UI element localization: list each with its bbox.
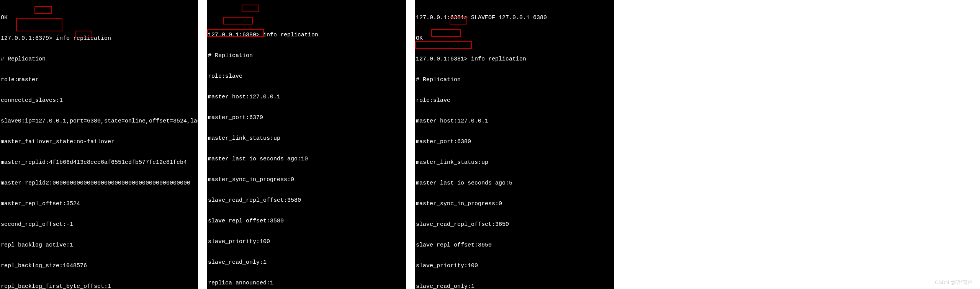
terminal-line: master_link_status:up bbox=[415, 159, 614, 166]
terminal-line: second_repl_offset:-1 bbox=[0, 221, 198, 228]
terminal-line: role:slave bbox=[415, 97, 614, 104]
highlight-box-port-6379 bbox=[34, 6, 52, 14]
terminal-line: connected_slaves:1 bbox=[0, 97, 198, 104]
terminal-line: slave_repl_offset:3580 bbox=[207, 218, 406, 225]
terminal-line: # Replication bbox=[415, 77, 614, 83]
terminal-line: master_replid:4f1b66d413c8ece6af6551cdfb… bbox=[0, 159, 198, 166]
terminal-line: master_replid2:0000000000000000000000000… bbox=[0, 180, 198, 187]
terminal-master-6379[interactable]: OK 127.0.0.1:6379> info replication # Re… bbox=[0, 0, 198, 289]
terminal-line: 127.0.0.1:6380> info replication bbox=[207, 32, 406, 39]
terminal-line: slave_read_repl_offset:3650 bbox=[415, 221, 614, 228]
terminal-line: slave_repl_offset:3650 bbox=[415, 242, 614, 249]
terminal-line: role:master bbox=[0, 77, 198, 83]
terminal-line: master_port:6379 bbox=[207, 114, 406, 121]
terminal-line: slave0:ip=127.0.0.1,port=6380,state=onli… bbox=[0, 118, 198, 125]
terminal-line: master_link_status:up bbox=[207, 135, 406, 142]
terminal-line: slave_priority:100 bbox=[415, 263, 614, 269]
terminal-line: slave_read_only:1 bbox=[415, 283, 614, 289]
terminal-line: master_repl_offset:3524 bbox=[0, 201, 198, 207]
highlight-box-master-port-6380 bbox=[415, 41, 472, 49]
highlight-box-port-6380 bbox=[242, 5, 259, 12]
terminal-line: 127.0.0.1:6381> SLAVEOF 127.0.0.1 6380 bbox=[415, 15, 614, 21]
terminal-line: master_last_io_seconds_ago:10 bbox=[207, 156, 406, 163]
terminal-line: master_host:127.0.0.1 bbox=[207, 94, 406, 101]
terminal-line: # Replication bbox=[0, 56, 198, 63]
terminal-slave-6380[interactable]: 127.0.0.1:6380> info replication # Repli… bbox=[207, 0, 406, 289]
terminal-line-truncated bbox=[207, 15, 406, 18]
watermark: CSDN @听*雨声 bbox=[935, 279, 972, 286]
terminal-line: slave_read_repl_offset:3580 bbox=[207, 197, 406, 204]
terminal-slave-6381[interactable]: 127.0.0.1:6381> SLAVEOF 127.0.0.1 6380 O… bbox=[415, 0, 614, 289]
terminal-line: repl_backlog_active:1 bbox=[0, 242, 198, 249]
terminal-line: OK bbox=[415, 35, 614, 42]
terminal-line: slave_read_only:1 bbox=[207, 259, 406, 266]
terminal-line: 127.0.0.1:6381> info replication bbox=[415, 56, 614, 63]
terminal-line: 127.0.0.1:6379> info replication bbox=[0, 35, 198, 42]
terminal-line: master_sync_in_progress:0 bbox=[415, 201, 614, 207]
terminal-line: master_host:127.0.0.1 bbox=[415, 118, 614, 125]
highlight-box-role-slave bbox=[223, 17, 253, 24]
terminal-line: OK bbox=[0, 15, 198, 21]
terminal-line: master_port:6380 bbox=[415, 139, 614, 145]
terminal-line: # Replication bbox=[207, 52, 406, 59]
terminal-line: master_last_io_seconds_ago:5 bbox=[415, 180, 614, 187]
terminal-line: replica_announced:1 bbox=[207, 280, 406, 287]
terminal-line: master_sync_in_progress:0 bbox=[207, 176, 406, 183]
terminal-line: repl_backlog_size:1048576 bbox=[0, 263, 198, 269]
terminal-line: master_failover_state:no-failover bbox=[0, 139, 198, 145]
terminal-line: slave_priority:100 bbox=[207, 238, 406, 245]
terminal-line: repl_backlog_first_byte_offset:1 bbox=[0, 283, 198, 289]
terminal-line: role:slave bbox=[207, 73, 406, 80]
